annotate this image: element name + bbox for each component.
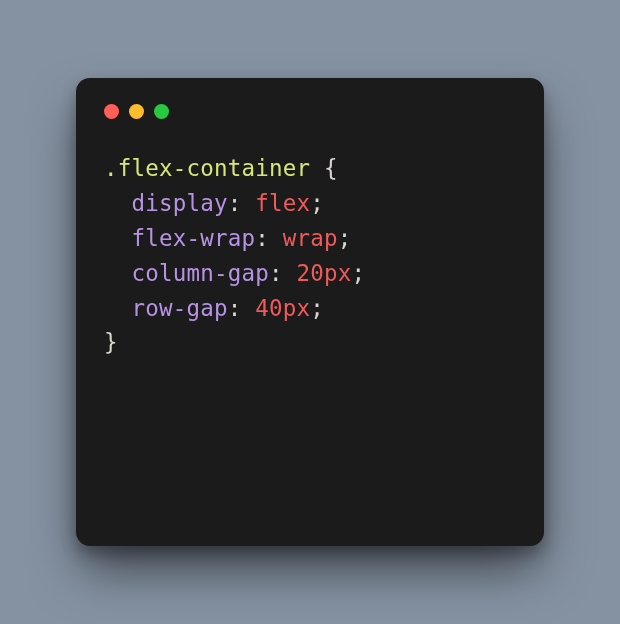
window-traffic-lights xyxy=(104,104,516,119)
css-value: flex xyxy=(255,190,310,216)
minimize-icon[interactable] xyxy=(129,104,144,119)
css-value: wrap xyxy=(283,225,338,251)
css-selector: .flex-container xyxy=(104,155,310,181)
css-property: display xyxy=(132,190,228,216)
open-brace: { xyxy=(310,155,338,181)
close-icon[interactable] xyxy=(104,104,119,119)
code-window: .flex-container { display: flex; flex-wr… xyxy=(76,78,544,546)
code-block: .flex-container { display: flex; flex-wr… xyxy=(104,151,516,360)
close-brace: } xyxy=(104,329,118,355)
css-value: 20px xyxy=(296,260,351,286)
css-property: row-gap xyxy=(132,295,228,321)
stage: .flex-container { display: flex; flex-wr… xyxy=(0,0,620,624)
zoom-icon[interactable] xyxy=(154,104,169,119)
css-property: flex-wrap xyxy=(132,225,256,251)
css-value: 40px xyxy=(255,295,310,321)
css-property: column-gap xyxy=(132,260,269,286)
